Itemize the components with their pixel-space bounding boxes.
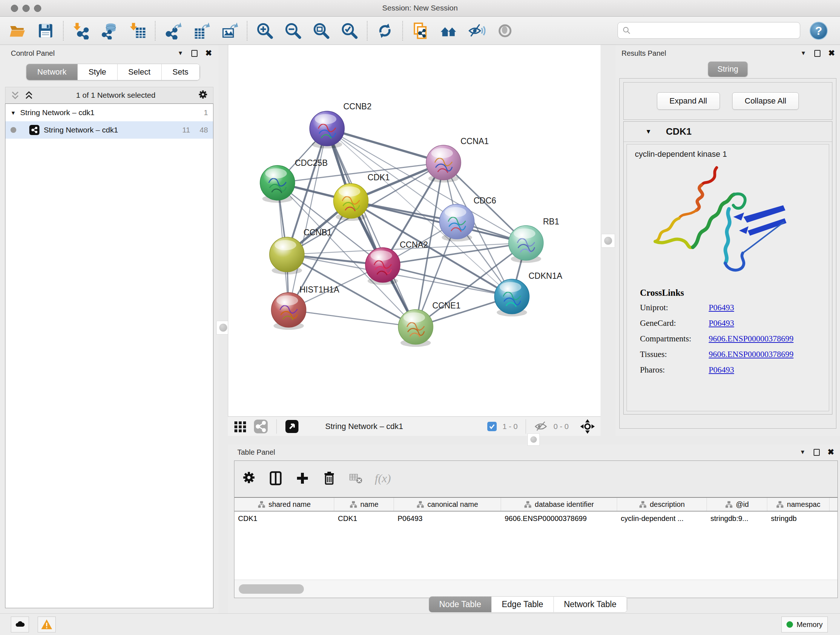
home-button[interactable] (439, 21, 458, 40)
import-network-button[interactable] (72, 21, 90, 40)
expand-all-icon[interactable] (24, 90, 34, 101)
import-table-button[interactable] (128, 21, 147, 40)
cdk1-entry-header[interactable]: ▼ CDK1 (624, 122, 832, 142)
network-canvas[interactable]: CCNB2 CCNA1 CDC25B CDK1 CDC6 RB1 CCNB1 C… (228, 45, 600, 416)
save-button[interactable] (36, 21, 55, 40)
show-columns-icon[interactable] (268, 470, 284, 486)
panel-menu-icon[interactable]: ▼ (178, 50, 183, 57)
entry-collapse-icon[interactable]: ▼ (645, 128, 652, 135)
scrollbar-thumb[interactable] (239, 584, 304, 594)
warning-button[interactable] (38, 616, 56, 632)
collection-expand-icon[interactable]: ▼ (11, 110, 16, 116)
table-row[interactable]: CDK1CDK1P064939606.ENSP00000378699cyclin… (234, 511, 837, 526)
tab-sets[interactable]: Sets (162, 64, 200, 80)
edge-CCNB2-CCNE1[interactable] (327, 128, 416, 327)
node-CDK1[interactable] (333, 184, 368, 221)
network-row[interactable]: String Network – cdk1 11 48 (5, 121, 213, 139)
results-menu-icon[interactable]: ▼ (801, 50, 806, 57)
bottom-splitter-handle[interactable] (527, 433, 540, 446)
table-close-icon[interactable]: ✖ (828, 448, 834, 457)
edge-HIST1H1A-CCNE1[interactable] (289, 310, 416, 327)
column-header-database-identifier[interactable]: database identifier (501, 498, 617, 511)
tab-edge-table[interactable]: Edge Table (492, 597, 554, 612)
tab-string[interactable]: String (708, 62, 747, 77)
zoom-out-button[interactable] (284, 21, 302, 40)
table-cell[interactable]: 9606.ENSP00000378699 (501, 511, 617, 526)
panel-close-icon[interactable]: ✖ (205, 49, 212, 58)
show-all-button[interactable] (496, 21, 515, 40)
table-cell[interactable]: cyclin-dependent ... (617, 511, 707, 526)
left-splitter[interactable] (218, 45, 228, 613)
table-cell[interactable]: CDK1 (334, 511, 394, 526)
edge-CDK1-RB1[interactable] (351, 201, 526, 243)
maximize-view-icon[interactable] (285, 419, 299, 434)
zoom-in-button[interactable] (256, 21, 274, 40)
table-menu-icon[interactable]: ▼ (800, 449, 806, 455)
delete-column-icon[interactable] (321, 470, 337, 486)
column-header-description[interactable]: description (617, 498, 707, 511)
refresh-button[interactable] (376, 21, 394, 40)
add-column-icon[interactable] (294, 470, 310, 486)
search-input[interactable] (631, 23, 800, 38)
string-network-icon[interactable] (253, 419, 268, 434)
tab-select[interactable]: Select (118, 64, 162, 80)
right-splitter-handle[interactable] (601, 234, 615, 248)
table-cell[interactable]: stringdb (767, 511, 829, 526)
table-horizontal-scrollbar[interactable] (234, 580, 837, 598)
tab-network[interactable]: Network (27, 64, 78, 80)
node-RB1[interactable] (508, 226, 543, 263)
search-box[interactable] (617, 22, 800, 39)
node-CDKN1A[interactable] (494, 279, 529, 317)
cloud-button[interactable] (11, 616, 29, 632)
node-CCNB1[interactable] (270, 237, 304, 274)
table-cell[interactable]: CDK1 (234, 511, 334, 526)
zoom-selected-button[interactable] (340, 21, 359, 40)
node-CCNA1[interactable] (426, 145, 461, 182)
import-database-button[interactable] (100, 21, 118, 40)
column-header-name[interactable]: name (334, 498, 394, 511)
memory-button[interactable]: Memory (782, 616, 828, 632)
results-close-icon[interactable]: ✖ (829, 49, 835, 58)
tab-node-table[interactable]: Node Table (429, 597, 492, 612)
node-CDC25B[interactable] (260, 165, 295, 203)
column-header-namespac[interactable]: namespac (767, 498, 829, 511)
open-button[interactable] (8, 21, 27, 40)
export-image-button[interactable] (220, 21, 239, 40)
column-header-shared-name[interactable]: shared name (234, 498, 334, 511)
bottom-splitter[interactable] (228, 436, 840, 445)
hide-selected-button[interactable] (467, 21, 486, 40)
table-cell[interactable]: P06493 (394, 511, 501, 526)
collapse-all-icon[interactable] (10, 90, 21, 101)
clone-network-button[interactable] (411, 21, 430, 40)
network-options-gear-icon[interactable] (197, 89, 209, 102)
zoom-fit-button[interactable] (312, 21, 331, 40)
node-CCNB2[interactable] (309, 111, 344, 149)
export-network-button[interactable] (164, 21, 182, 40)
tab-style[interactable]: Style (78, 64, 118, 80)
crosslink-link[interactable]: 9606.ENSP00000378699 (709, 334, 794, 344)
edge-CCNB2-CCNA1[interactable] (327, 128, 444, 163)
table-float-icon[interactable] (813, 449, 820, 456)
collapse-all-button[interactable]: Collapse All (732, 92, 799, 110)
network-collection-row[interactable]: ▼ String Network – cdk1 1 (5, 104, 213, 121)
node-CCNE1[interactable] (398, 310, 433, 347)
node-CCNA2[interactable] (365, 248, 400, 285)
selected-checkbox-icon[interactable] (487, 422, 497, 431)
birds-eye-grid-icon[interactable] (233, 419, 248, 434)
results-float-icon[interactable] (814, 50, 821, 57)
crosslink-link[interactable]: 9606.ENSP00000378699 (709, 350, 794, 359)
expand-all-button[interactable]: Expand All (657, 92, 720, 110)
help-button[interactable]: ? (810, 22, 828, 40)
node-HIST1H1A[interactable] (271, 293, 306, 330)
node-CDC6[interactable] (439, 204, 474, 241)
tab-network-table[interactable]: Network Table (554, 597, 627, 612)
table-cell[interactable]: stringdb:9... (707, 511, 767, 526)
edge-CCNB2-HIST1H1A[interactable] (289, 128, 327, 310)
crosslink-link[interactable]: P06493 (709, 303, 734, 312)
right-splitter[interactable] (600, 45, 616, 445)
export-table-button[interactable] (192, 21, 210, 40)
column-header-@id[interactable]: @id (707, 498, 767, 511)
table-settings-gear-icon[interactable] (241, 470, 257, 487)
panel-float-icon[interactable] (191, 50, 197, 57)
fit-selected-crosshair-icon[interactable] (579, 418, 595, 434)
